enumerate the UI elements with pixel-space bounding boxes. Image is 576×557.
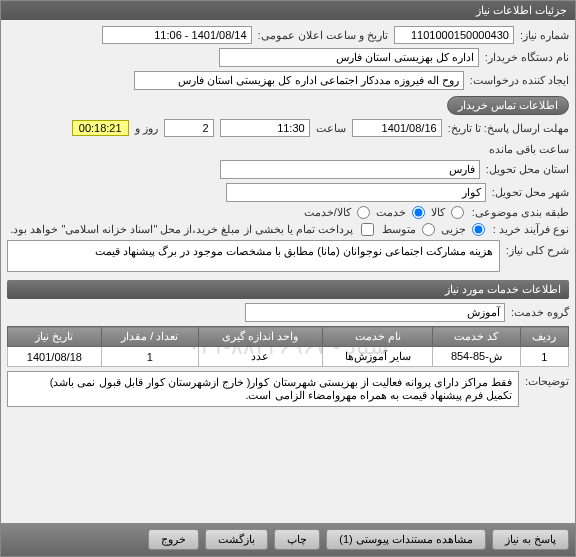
radio-medium[interactable] <box>422 223 435 236</box>
city-label: شهر محل تحویل: <box>492 186 569 199</box>
radio-goods[interactable] <box>451 206 464 219</box>
row-deadline: مهلت ارسال پاسخ: تا تاریخ: 1401/08/16 سا… <box>7 119 569 156</box>
section-services-header: اطلاعات خدمات مورد نیاز <box>7 280 569 299</box>
category-label: طبقه بندی موضوعی: <box>472 206 569 219</box>
need-desc-field: هزینه مشارکت اجتماعی نوجوانان (مانا) مطا… <box>7 240 500 272</box>
creator-label: ایجاد کننده درخواست: <box>470 74 569 87</box>
announce-field: 1401/08/14 - 11:06 <box>102 26 252 44</box>
radio-goods-label: کالا <box>431 206 445 219</box>
th-qty: تعداد / مقدار <box>101 327 198 347</box>
radio-small[interactable] <box>472 223 485 236</box>
table-row: 1 ش-85-854 سایر آموزش‌ها عدد 1 1401/08/1… <box>8 347 569 367</box>
time-label: ساعت <box>316 122 346 135</box>
buyer-org-label: نام دستگاه خریدار: <box>485 51 569 64</box>
row-category: طبقه بندی موضوعی: کالا خدمت کالا/خدمت <box>7 206 569 219</box>
exit-button[interactable]: خروج <box>148 529 199 550</box>
service-group-label: گروه خدمت: <box>511 306 569 319</box>
th-date: تاریخ نیاز <box>8 327 102 347</box>
cell-code: ش-85-854 <box>433 347 521 367</box>
creator-field: روح اله فیروزه مددکار اجتماعی اداره کل ب… <box>134 71 464 90</box>
radio-small-label: جزیی <box>441 223 466 236</box>
deadline-time-field: 11:30 <box>220 119 310 137</box>
services-table-wrap: ردیف کد خدمت نام خدمت واحد اندازه گیری ت… <box>7 326 569 367</box>
deadline-date-field: 1401/08/16 <box>352 119 442 137</box>
cell-name: سایر آموزش‌ها <box>323 347 433 367</box>
cell-idx: 1 <box>520 347 568 367</box>
contact-buyer-button[interactable]: اطلاعات تماس خریدار <box>447 96 569 115</box>
th-name: نام خدمت <box>323 327 433 347</box>
radio-service-label: خدمت <box>376 206 406 219</box>
form-content: شماره نیاز: 1101000150000430 تاریخ و ساع… <box>1 20 575 523</box>
service-group-field: آموزش <box>245 303 505 322</box>
buyer-org-field: اداره کل بهزیستی استان فارس <box>219 48 479 67</box>
row-province: استان محل تحویل: فارس <box>7 160 569 179</box>
radio-both-label: کالا/خدمت <box>304 206 351 219</box>
table-header-row: ردیف کد خدمت نام خدمت واحد اندازه گیری ت… <box>8 327 569 347</box>
notes-label: توضیحات: <box>525 371 569 388</box>
need-desc-label: شرح کلی نیاز: <box>506 240 569 257</box>
purchase-type-label: نوع فرآیند خرید : <box>493 223 569 236</box>
city-field: کوار <box>226 183 486 202</box>
pay-note-label: پرداخت تمام یا بخشی از مبلغ خرید،از محل … <box>10 223 353 236</box>
cell-date: 1401/08/18 <box>8 347 102 367</box>
cell-unit: عدد <box>198 347 323 367</box>
attachments-button[interactable]: مشاهده مستندات پیوستی (1) <box>326 529 486 550</box>
row-need-no: شماره نیاز: 1101000150000430 تاریخ و ساع… <box>7 26 569 44</box>
announce-label: تاریخ و ساعت اعلان عمومی: <box>258 29 388 42</box>
radio-medium-label: متوسط <box>382 223 416 236</box>
days-label: روز و <box>135 122 158 135</box>
window-titlebar: جزئیات اطلاعات نیاز <box>1 1 575 20</box>
cell-qty: 1 <box>101 347 198 367</box>
row-need-desc: شرح کلی نیاز: هزینه مشارکت اجتماعی نوجوا… <box>7 240 569 272</box>
category-radios: کالا خدمت کالا/خدمت <box>304 206 466 219</box>
footer-toolbar: پاسخ به نیاز مشاهده مستندات پیوستی (1) چ… <box>1 523 575 556</box>
need-no-label: شماره نیاز: <box>520 29 569 42</box>
need-details-window: جزئیات اطلاعات نیاز شماره نیاز: 11010001… <box>0 0 576 557</box>
th-unit: واحد اندازه گیری <box>198 327 323 347</box>
days-field: 2 <box>164 119 214 137</box>
radio-service[interactable] <box>412 206 425 219</box>
deadline-label: مهلت ارسال پاسخ: تا تاریخ: <box>448 122 569 135</box>
need-no-field: 1101000150000430 <box>394 26 514 44</box>
services-table: ردیف کد خدمت نام خدمت واحد اندازه گیری ت… <box>7 326 569 367</box>
province-field: فارس <box>220 160 480 179</box>
purchase-type-radios: جزیی متوسط <box>382 223 487 236</box>
row-service-group: گروه خدمت: آموزش <box>7 303 569 322</box>
row-creator: ایجاد کننده درخواست: روح اله فیروزه مددک… <box>7 71 569 115</box>
province-label: استان محل تحویل: <box>486 163 569 176</box>
window-title: جزئیات اطلاعات نیاز <box>476 4 567 16</box>
reply-button[interactable]: پاسخ به نیاز <box>492 529 569 550</box>
treasury-checkbox[interactable] <box>361 223 374 236</box>
th-idx: ردیف <box>520 327 568 347</box>
print-button[interactable]: چاپ <box>274 529 320 550</box>
row-notes: توضیحات: فقط مراکز دارای پروانه فعالیت ا… <box>7 371 569 407</box>
countdown-field: 00:18:21 <box>72 120 129 136</box>
row-buyer: نام دستگاه خریدار: اداره کل بهزیستی استا… <box>7 48 569 67</box>
row-purchase-type: نوع فرآیند خرید : جزیی متوسط پرداخت تمام… <box>7 223 569 236</box>
th-code: کد خدمت <box>433 327 521 347</box>
notes-field: فقط مراکز دارای پروانه فعالیت از بهزیستی… <box>7 371 519 407</box>
remain-label: ساعت باقی مانده <box>489 143 569 156</box>
back-button[interactable]: بازگشت <box>205 529 268 550</box>
radio-both[interactable] <box>357 206 370 219</box>
row-city: شهر محل تحویل: کوار <box>7 183 569 202</box>
